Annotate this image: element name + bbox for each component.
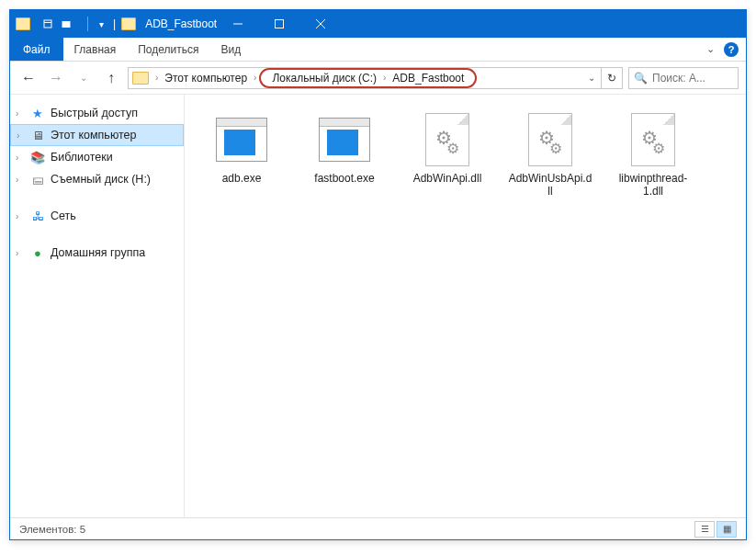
titlebar-divider: | (111, 17, 118, 30)
file-label: adb.exe (222, 172, 262, 185)
breadcrumb-folder[interactable]: ADB_Fastboot (389, 72, 468, 85)
sidebar-item-network[interactable]: › 🖧 Сеть (10, 205, 184, 227)
minimize-button[interactable] (217, 10, 258, 38)
breadcrumb-highlight: Локальный диск (C:) › ADB_Fastboot (259, 68, 477, 88)
maximize-button[interactable] (258, 10, 299, 38)
dll-icon: ⚙⚙ (621, 113, 685, 166)
sidebar-item-label: Сеть (51, 210, 76, 222)
address-bar[interactable]: › Этот компьютер › Локальный диск (C:) ›… (128, 67, 623, 89)
tree-toggle-icon[interactable]: › (16, 248, 18, 258)
qat-new-folder-button[interactable] (58, 16, 74, 32)
sidebar-item-label: Библиотеки (51, 151, 113, 164)
file-item[interactable]: adb.exe (196, 109, 288, 202)
chevron-right-icon[interactable]: › (251, 73, 259, 83)
exe-icon (209, 113, 274, 166)
chevron-right-icon: › (152, 73, 161, 83)
search-box[interactable]: 🔍 (628, 67, 739, 89)
tab-share[interactable]: Поделиться (127, 38, 209, 61)
tree-toggle-icon[interactable]: › (16, 108, 18, 119)
breadcrumb-root[interactable]: Этот компьютер (161, 72, 251, 85)
sidebar-item-label: Быстрый доступ (51, 107, 138, 119)
dll-icon: ⚙⚙ (518, 113, 582, 166)
history-dropdown[interactable]: ⌄ (73, 67, 95, 89)
pc-icon: 🖥 (30, 128, 45, 142)
file-item[interactable]: ⚙⚙ AdbWinUsbApi.dll (504, 109, 596, 202)
tab-view[interactable]: Вид (209, 38, 252, 61)
ribbon: Файл Главная Поделиться Вид ⌄ ? (10, 38, 746, 62)
chevron-right-icon[interactable]: › (380, 73, 389, 83)
star-icon: ★ (30, 106, 45, 120)
sidebar-item-label: Домашняя группа (51, 246, 145, 259)
sidebar-item-quick-access[interactable]: › ★ Быстрый доступ (10, 102, 184, 124)
svg-rect-0 (44, 20, 51, 28)
close-button[interactable] (299, 10, 341, 38)
breadcrumb-drive[interactable]: Локальный диск (C:) (268, 72, 380, 85)
tree-toggle-icon[interactable]: › (16, 175, 18, 185)
tree-toggle-icon[interactable]: › (16, 153, 18, 163)
drive-icon: 🖴 (30, 172, 45, 187)
file-item[interactable]: ⚙⚙ libwinpthread-1.dll (607, 109, 699, 202)
tree-toggle-icon[interactable]: › (17, 130, 19, 141)
back-button[interactable]: ← (17, 67, 39, 89)
qat-properties-button[interactable] (39, 16, 56, 32)
tree-toggle-icon[interactable]: › (16, 211, 18, 221)
refresh-button[interactable]: ↻ (601, 68, 622, 88)
address-folder-icon (132, 72, 149, 85)
file-pane[interactable]: adb.exe fastboot.exe ⚙⚙ AdbWinApi.dll ⚙⚙… (185, 95, 746, 517)
sidebar-item-removable-drive[interactable]: › 🖴 Съемный диск (H:) (10, 168, 184, 190)
body: › ★ Быстрый доступ › 🖥 Этот компьютер › … (10, 95, 746, 517)
navbar: ← → ⌄ ↑ › Этот компьютер › Локальный дис… (10, 62, 746, 95)
address-dropdown[interactable]: ⌄ (582, 73, 601, 83)
network-icon: 🖧 (30, 209, 45, 223)
explorer-window: ▾ | ADB_Fastboot Файл Главная Поделиться… (9, 9, 747, 540)
svg-rect-1 (62, 21, 71, 28)
navigation-pane: › ★ Быстрый доступ › 🖥 Этот компьютер › … (10, 95, 185, 517)
dll-icon: ⚙⚙ (415, 113, 480, 166)
file-tab[interactable]: Файл (10, 38, 63, 61)
forward-button[interactable]: → (45, 67, 67, 89)
titlebar: ▾ | ADB_Fastboot (10, 10, 746, 38)
sidebar-item-homegroup[interactable]: › ● Домашняя группа (10, 242, 184, 264)
window-title: ADB_Fastboot (145, 17, 217, 30)
status-bar: Элементов: 5 ☰ ▦ (10, 517, 746, 539)
file-label: fastboot.exe (314, 172, 374, 185)
titlebar-folder-icon (121, 17, 136, 30)
file-item[interactable]: ⚙⚙ AdbWinApi.dll (401, 109, 493, 202)
up-button[interactable]: ↑ (100, 67, 122, 89)
ribbon-expand-icon[interactable]: ⌄ (706, 43, 715, 55)
sidebar-item-libraries[interactable]: › 📚 Библиотеки (10, 146, 184, 168)
file-label: AdbWinApi.dll (413, 172, 482, 185)
sidebar-item-label: Этот компьютер (51, 129, 136, 142)
search-input[interactable] (652, 72, 726, 85)
help-button[interactable]: ? (724, 42, 739, 57)
qat-separator (87, 17, 88, 31)
svg-rect-2 (275, 20, 283, 28)
status-item-count: Элементов: 5 (19, 524, 85, 535)
exe-icon (312, 113, 377, 166)
file-label: libwinpthread-1.dll (611, 172, 695, 198)
library-icon: 📚 (30, 150, 45, 164)
view-icons-button[interactable]: ▦ (717, 521, 737, 538)
sidebar-item-this-pc[interactable]: › 🖥 Этот компьютер (10, 124, 184, 146)
app-icon (16, 17, 30, 30)
view-details-button[interactable]: ☰ (694, 521, 715, 538)
file-label: AdbWinUsbApi.dll (508, 172, 592, 198)
tab-main[interactable]: Главная (63, 38, 128, 61)
sidebar-item-label: Съемный диск (H:) (51, 173, 151, 186)
homegroup-icon: ● (30, 245, 45, 260)
file-item[interactable]: fastboot.exe (299, 109, 390, 202)
search-icon: 🔍 (629, 72, 652, 85)
qat-dropdown[interactable]: ▾ (96, 19, 107, 29)
